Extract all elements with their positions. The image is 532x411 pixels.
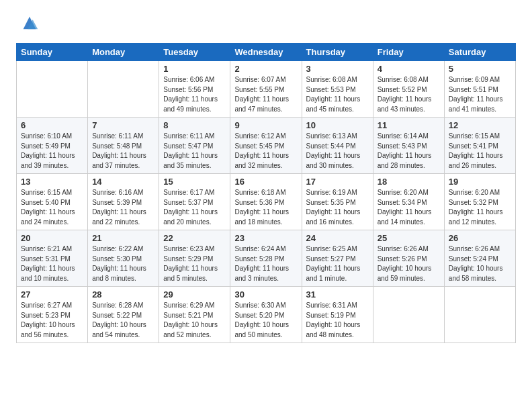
calendar-week-row: 27Sunrise: 6:27 AM Sunset: 5:23 PM Dayli… (17, 287, 516, 343)
calendar-cell: 18Sunrise: 6:20 AM Sunset: 5:34 PM Dayli… (373, 174, 444, 230)
day-info: Sunrise: 6:28 AM Sunset: 5:22 PM Dayligh… (92, 301, 154, 340)
day-info: Sunrise: 6:12 AM Sunset: 5:45 PM Dayligh… (234, 132, 297, 171)
day-info: Sunrise: 6:09 AM Sunset: 5:51 PM Dayligh… (449, 75, 511, 114)
day-number: 12 (449, 120, 511, 130)
day-info: Sunrise: 6:06 AM Sunset: 5:56 PM Dayligh… (163, 75, 226, 114)
day-number: 7 (92, 120, 154, 130)
day-number: 15 (163, 177, 226, 187)
day-info: Sunrise: 6:31 AM Sunset: 5:19 PM Dayligh… (306, 301, 369, 340)
day-info: Sunrise: 6:25 AM Sunset: 5:27 PM Dayligh… (306, 244, 369, 283)
calendar-cell: 24Sunrise: 6:25 AM Sunset: 5:27 PM Dayli… (302, 230, 373, 287)
weekday-header-thursday: Thursday (302, 44, 373, 61)
calendar-cell: 2Sunrise: 6:07 AM Sunset: 5:55 PM Daylig… (230, 61, 302, 118)
day-info: Sunrise: 6:19 AM Sunset: 5:35 PM Dayligh… (306, 188, 369, 227)
day-number: 4 (378, 64, 440, 74)
day-info: Sunrise: 6:20 AM Sunset: 5:32 PM Dayligh… (449, 188, 511, 227)
calendar-cell: 25Sunrise: 6:26 AM Sunset: 5:26 PM Dayli… (373, 230, 444, 287)
header (16, 13, 516, 32)
day-info: Sunrise: 6:20 AM Sunset: 5:34 PM Dayligh… (378, 188, 440, 227)
calendar-week-row: 1Sunrise: 6:06 AM Sunset: 5:56 PM Daylig… (17, 61, 516, 118)
logo-icon (20, 13, 39, 32)
calendar-cell: 29Sunrise: 6:29 AM Sunset: 5:21 PM Dayli… (159, 287, 230, 343)
weekday-header-friday: Friday (373, 44, 444, 61)
day-number: 26 (449, 233, 511, 243)
day-info: Sunrise: 6:24 AM Sunset: 5:28 PM Dayligh… (234, 244, 297, 283)
calendar-cell: 4Sunrise: 6:08 AM Sunset: 5:52 PM Daylig… (373, 61, 444, 118)
calendar-cell: 6Sunrise: 6:10 AM Sunset: 5:49 PM Daylig… (17, 118, 88, 174)
day-info: Sunrise: 6:11 AM Sunset: 5:48 PM Dayligh… (92, 132, 154, 171)
day-number: 3 (306, 64, 369, 74)
day-info: Sunrise: 6:13 AM Sunset: 5:44 PM Dayligh… (306, 132, 369, 171)
day-number: 18 (378, 177, 440, 187)
day-info: Sunrise: 6:23 AM Sunset: 5:29 PM Dayligh… (163, 244, 226, 283)
day-number: 8 (163, 120, 226, 130)
calendar-week-row: 6Sunrise: 6:10 AM Sunset: 5:49 PM Daylig… (17, 118, 516, 174)
day-number: 24 (306, 233, 369, 243)
day-number: 14 (92, 177, 154, 187)
day-number: 11 (378, 120, 440, 130)
calendar-cell: 14Sunrise: 6:16 AM Sunset: 5:39 PM Dayli… (88, 174, 159, 230)
day-number: 29 (163, 289, 226, 300)
weekday-header-monday: Monday (88, 44, 159, 61)
day-info: Sunrise: 6:21 AM Sunset: 5:31 PM Dayligh… (21, 244, 83, 283)
day-number: 10 (306, 120, 369, 130)
calendar-cell: 12Sunrise: 6:15 AM Sunset: 5:41 PM Dayli… (444, 118, 515, 174)
calendar-cell: 5Sunrise: 6:09 AM Sunset: 5:51 PM Daylig… (444, 61, 515, 118)
day-info: Sunrise: 6:27 AM Sunset: 5:23 PM Dayligh… (21, 301, 83, 340)
day-number: 16 (234, 177, 297, 187)
day-info: Sunrise: 6:15 AM Sunset: 5:41 PM Dayligh… (449, 132, 511, 171)
calendar-table: SundayMondayTuesdayWednesdayThursdayFrid… (16, 43, 516, 343)
day-info: Sunrise: 6:29 AM Sunset: 5:21 PM Dayligh… (163, 301, 226, 340)
calendar-cell: 7Sunrise: 6:11 AM Sunset: 5:48 PM Daylig… (88, 118, 159, 174)
calendar-cell: 30Sunrise: 6:30 AM Sunset: 5:20 PM Dayli… (230, 287, 302, 343)
day-info: Sunrise: 6:30 AM Sunset: 5:20 PM Dayligh… (234, 301, 297, 340)
weekday-header-wednesday: Wednesday (230, 44, 302, 61)
calendar-cell: 9Sunrise: 6:12 AM Sunset: 5:45 PM Daylig… (230, 118, 302, 174)
day-info: Sunrise: 6:15 AM Sunset: 5:40 PM Dayligh… (21, 188, 83, 227)
calendar-cell (373, 287, 444, 343)
calendar-body: 1Sunrise: 6:06 AM Sunset: 5:56 PM Daylig… (17, 61, 516, 343)
calendar-cell: 11Sunrise: 6:14 AM Sunset: 5:43 PM Dayli… (373, 118, 444, 174)
day-info: Sunrise: 6:14 AM Sunset: 5:43 PM Dayligh… (378, 132, 440, 171)
day-info: Sunrise: 6:22 AM Sunset: 5:30 PM Dayligh… (92, 244, 154, 283)
day-number: 20 (21, 233, 83, 243)
weekday-header-tuesday: Tuesday (159, 44, 230, 61)
calendar-cell (444, 287, 515, 343)
day-info: Sunrise: 6:16 AM Sunset: 5:39 PM Dayligh… (92, 188, 154, 227)
logo (16, 13, 39, 32)
calendar-cell: 26Sunrise: 6:26 AM Sunset: 5:24 PM Dayli… (444, 230, 515, 287)
calendar-cell: 19Sunrise: 6:20 AM Sunset: 5:32 PM Dayli… (444, 174, 515, 230)
calendar-header: SundayMondayTuesdayWednesdayThursdayFrid… (17, 44, 516, 61)
day-info: Sunrise: 6:11 AM Sunset: 5:47 PM Dayligh… (163, 132, 226, 171)
calendar-cell: 16Sunrise: 6:18 AM Sunset: 5:36 PM Dayli… (230, 174, 302, 230)
calendar-cell (88, 61, 159, 118)
day-info: Sunrise: 6:26 AM Sunset: 5:24 PM Dayligh… (449, 244, 511, 283)
day-info: Sunrise: 6:08 AM Sunset: 5:53 PM Dayligh… (306, 75, 369, 114)
weekday-header-sunday: Sunday (17, 44, 88, 61)
day-number: 1 (163, 64, 226, 74)
day-number: 31 (306, 289, 369, 300)
page: SundayMondayTuesdayWednesdayThursdayFrid… (0, 0, 532, 357)
day-number: 27 (21, 289, 83, 300)
calendar-cell: 21Sunrise: 6:22 AM Sunset: 5:30 PM Dayli… (88, 230, 159, 287)
day-number: 21 (92, 233, 154, 243)
day-info: Sunrise: 6:18 AM Sunset: 5:36 PM Dayligh… (234, 188, 297, 227)
calendar-cell: 31Sunrise: 6:31 AM Sunset: 5:19 PM Dayli… (302, 287, 373, 343)
day-number: 13 (21, 177, 83, 187)
calendar-cell: 3Sunrise: 6:08 AM Sunset: 5:53 PM Daylig… (302, 61, 373, 118)
calendar-cell: 1Sunrise: 6:06 AM Sunset: 5:56 PM Daylig… (159, 61, 230, 118)
day-number: 23 (234, 233, 297, 243)
day-number: 9 (234, 120, 297, 130)
calendar-cell: 13Sunrise: 6:15 AM Sunset: 5:40 PM Dayli… (17, 174, 88, 230)
day-number: 19 (449, 177, 511, 187)
day-info: Sunrise: 6:10 AM Sunset: 5:49 PM Dayligh… (21, 132, 83, 171)
calendar-cell: 28Sunrise: 6:28 AM Sunset: 5:22 PM Dayli… (88, 287, 159, 343)
day-number: 5 (449, 64, 511, 74)
day-info: Sunrise: 6:08 AM Sunset: 5:52 PM Dayligh… (378, 75, 440, 114)
weekday-row: SundayMondayTuesdayWednesdayThursdayFrid… (17, 44, 516, 61)
day-info: Sunrise: 6:17 AM Sunset: 5:37 PM Dayligh… (163, 188, 226, 227)
calendar-cell (17, 61, 88, 118)
calendar-cell: 23Sunrise: 6:24 AM Sunset: 5:28 PM Dayli… (230, 230, 302, 287)
weekday-header-saturday: Saturday (444, 44, 515, 61)
day-number: 2 (234, 64, 297, 74)
